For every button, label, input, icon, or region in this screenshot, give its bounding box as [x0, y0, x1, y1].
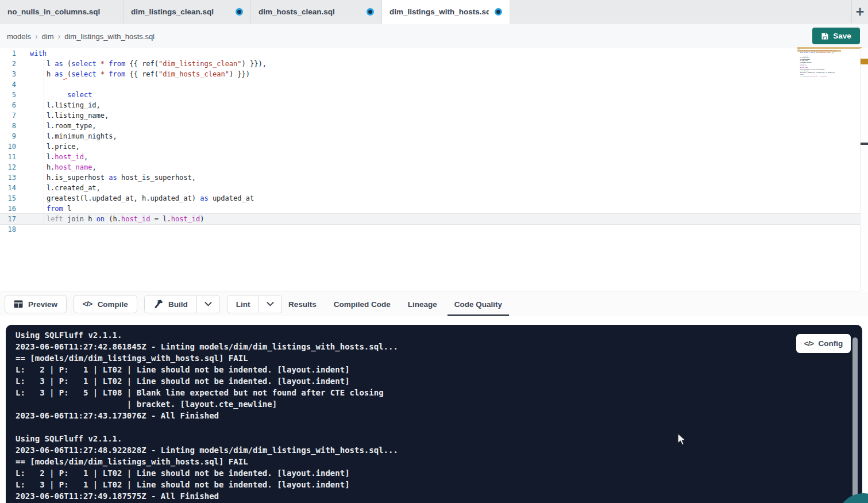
save-button-label: Save [833, 32, 851, 40]
code-line-text [30, 79, 34, 90]
line-number: 7 [0, 110, 16, 121]
terminal-scrollbar[interactable] [852, 337, 858, 502]
editor-toolbar: Preview</>CompileBuildLint ResultsCompil… [0, 292, 868, 316]
build-button-label: Build [168, 300, 188, 309]
compile-button[interactable]: </>Compile [74, 295, 137, 313]
terminal-line: | bracket. [layout.cte_newline] [16, 398, 398, 410]
terminal-line: L: 3 | P: 1 | LT02 | Line should not be … [16, 375, 398, 387]
code-line-text: l.listing_name, [30, 110, 109, 121]
line-number: 12 [0, 162, 16, 172]
lint-button-main[interactable]: Lint [227, 295, 259, 313]
breadcrumb-item[interactable]: dim [42, 32, 54, 41]
editor-tab[interactable]: dim_hosts_clean.sql [251, 0, 382, 24]
code-line[interactable]: 10 l.price, [0, 141, 860, 152]
tab-lineage[interactable]: Lineage [399, 292, 446, 316]
terminal-line: 2023-06-06T11:27:49.187575Z - All Finish… [16, 490, 398, 502]
code-line[interactable]: 11 l.host_id, [0, 152, 860, 162]
code-line[interactable]: 15 greatest(l.updated_at, h.updated_at) … [0, 193, 860, 203]
tab-code-quality[interactable]: Code Quality [446, 292, 511, 316]
hammer-icon [153, 300, 163, 309]
lint-dropdown-button[interactable] [259, 295, 281, 313]
line-number: 17 [0, 214, 16, 224]
code-line[interactable]: 4 [0, 79, 860, 90]
terminal-line: 2023-06-06T11:27:43.173076Z - All Finish… [16, 410, 398, 421]
code-line[interactable]: 2 l as (select * from {{ ref("dim_listin… [0, 59, 860, 69]
line-number: 5 [0, 90, 16, 100]
breadcrumb-item[interactable]: models [7, 32, 31, 41]
lint-button-label: Lint [236, 300, 250, 309]
code-line-text: h as (select * from {{ ref("dim_hosts_cl… [30, 69, 250, 79]
code-line-text: greatest(l.updated_at, h.updated_at) as … [30, 193, 254, 203]
code-icon: </> [83, 300, 92, 308]
tab-compiled-code[interactable]: Compiled Code [325, 292, 399, 316]
build-button[interactable]: Build [144, 295, 220, 313]
breadcrumb-separator: › [35, 32, 38, 41]
unsaved-indicator-icon [495, 8, 502, 16]
config-button[interactable]: </> Config [796, 334, 851, 353]
unsaved-indicator-icon [367, 8, 374, 16]
code-line[interactable]: 7 l.listing_name, [0, 110, 860, 121]
tab-label: dim_listings_with_hosts.sql [389, 7, 489, 16]
overview-ruler[interactable] [860, 48, 868, 291]
compile-button-main[interactable]: </>Compile [74, 295, 137, 313]
code-line-text: left join h on (h.host_id = l.host_id) [30, 214, 205, 224]
code-line[interactable]: 5 select [0, 90, 860, 100]
lint-button[interactable]: Lint [227, 295, 283, 313]
minimap[interactable]: with l as (select * from {{ ref("dim_lis… [797, 48, 841, 84]
line-number: 15 [0, 193, 16, 203]
editor-tab[interactable]: dim_listings_clean.sql [124, 0, 251, 24]
tab-label: dim_listings_clean.sql [131, 7, 214, 16]
floppy-save-icon [821, 32, 829, 40]
preview-button[interactable]: Preview [5, 295, 67, 313]
minimap-content: with l as (select * from {{ ref("dim_lis… [797, 48, 841, 78]
line-number: 1 [0, 48, 16, 59]
code-line[interactable]: 9 l.minimum_nights, [0, 131, 860, 141]
result-tabs: ResultsCompiled CodeLineageCode Quality [280, 292, 511, 316]
code-line-text: with [30, 48, 47, 59]
action-buttons: Preview</>CompileBuildLint [5, 295, 282, 313]
chevron-down-icon [205, 302, 212, 306]
code-line-text: l.listing_id, [30, 100, 101, 110]
code-line-text: l.room_type, [30, 121, 97, 131]
terminal-line: L: 3 | P: 5 | LT08 | Blank line expected… [16, 387, 398, 398]
save-button[interactable]: Save [812, 28, 860, 44]
code-line[interactable]: 3 h as (select * from {{ ref("dim_hosts_… [0, 69, 860, 79]
build-button-main[interactable]: Build [145, 295, 196, 313]
code-line[interactable]: 12 h.host_name, [0, 162, 860, 172]
unsaved-indicator-icon [236, 8, 243, 16]
editor-tab[interactable]: dim_listings_with_hosts.sql [382, 0, 510, 24]
tab-label: no_nulls_in_columns.sql [7, 7, 100, 16]
breadcrumb-item[interactable]: dim_listings_with_hosts.sql [64, 32, 155, 41]
breadcrumb: models›dim›dim_listings_with_hosts.sql [7, 24, 155, 48]
tab-results[interactable]: Results [280, 292, 325, 316]
tab-strip: no_nulls_in_columns.sqldim_listings_clea… [0, 0, 868, 24]
code-line[interactable]: 16 from l [0, 203, 860, 214]
warning-marker-icon [861, 59, 868, 64]
breadcrumb-separator: › [58, 32, 61, 41]
preview-button-main[interactable]: Preview [5, 295, 66, 313]
code-line[interactable]: 13 h.is_superhost as host_is_superhost, [0, 172, 860, 183]
code-line[interactable]: 8 l.room_type, [0, 121, 860, 131]
code-line-text [30, 224, 34, 235]
terminal-output: Using SQLFluff v2.1.1.2023-06-06T11:27:4… [16, 329, 398, 502]
build-dropdown-button[interactable] [196, 295, 219, 313]
code-line-text: h.host_name, [30, 162, 97, 172]
new-tab-button[interactable]: + [851, 0, 868, 24]
line-number: 9 [0, 131, 16, 141]
code-line[interactable]: 14 l.created_at, [0, 183, 860, 193]
lint-terminal: Using SQLFluff v2.1.1.2023-06-06T11:27:4… [6, 325, 862, 503]
line-number: 8 [0, 121, 16, 131]
code-line[interactable]: 1with [0, 48, 860, 59]
line-number: 3 [0, 69, 16, 79]
code-line[interactable]: 18 [0, 224, 860, 235]
code-line-text: l.created_at, [30, 183, 101, 193]
terminal-line: Using SQLFluff v2.1.1. [16, 433, 398, 444]
line-number: 11 [0, 152, 16, 162]
editor-tab[interactable]: no_nulls_in_columns.sql [0, 0, 124, 24]
line-number: 6 [0, 100, 16, 110]
terminal-line: L: 2 | P: 1 | LT02 | Line should not be … [16, 467, 398, 479]
code-line[interactable]: 6 l.listing_id, [0, 100, 860, 110]
code-brackets-icon: </> [804, 340, 814, 348]
code-line-text: select [30, 90, 92, 100]
code-line[interactable]: 17 left join h on (h.host_id = l.host_id… [0, 214, 860, 224]
